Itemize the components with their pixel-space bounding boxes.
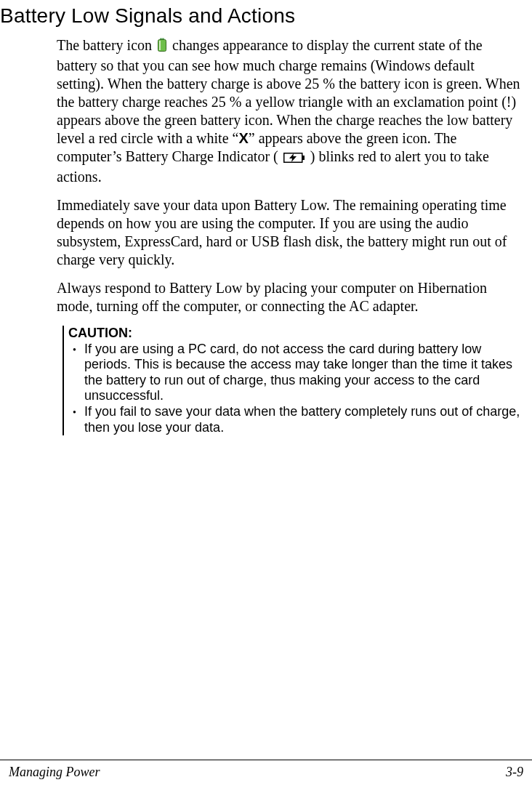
- page-footer: Managing Power 3-9: [0, 760, 532, 780]
- paragraph-2: Immediately save your data upon Battery …: [57, 196, 525, 269]
- p1-x: X: [238, 130, 248, 146]
- paragraph-3: Always respond to Battery Low by placing…: [57, 279, 525, 315]
- bullet-icon: [68, 342, 84, 404]
- caution-title: CAUTION:: [63, 326, 523, 342]
- page-heading: Battery Low Signals and Actions: [0, 0, 532, 28]
- bullet-icon: [68, 404, 84, 435]
- svg-rect-4: [302, 156, 305, 160]
- caution-item-2: If you fail to save your data when the b…: [63, 404, 523, 435]
- battery-icon: [157, 38, 167, 57]
- paragraph-1: The battery icon changes appearance to d…: [57, 36, 525, 186]
- body-area: The battery icon changes appearance to d…: [0, 28, 532, 315]
- footer-right: 3-9: [506, 765, 523, 780]
- svg-rect-2: [159, 41, 161, 50]
- footer-left: Managing Power: [9, 765, 100, 780]
- charge-indicator-icon: [283, 150, 305, 168]
- page: Battery Low Signals and Actions The batt…: [0, 0, 532, 793]
- svg-marker-5: [289, 153, 297, 162]
- caution-block: CAUTION: If you are using a PC card, do …: [0, 326, 532, 435]
- caution-item-1: If you are using a PC card, do not acces…: [63, 342, 523, 404]
- p1-text-a: The battery icon: [57, 37, 156, 53]
- caution-text-1: If you are using a PC card, do not acces…: [84, 342, 523, 404]
- caution-text-2: If you fail to save your data when the b…: [84, 404, 523, 435]
